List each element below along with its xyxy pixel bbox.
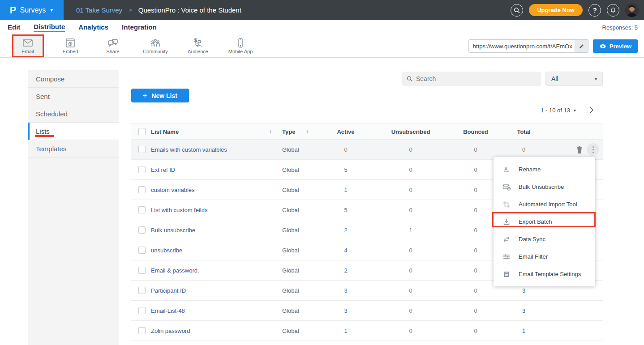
sidebar-item-sent[interactable]: Sent — [28, 88, 119, 105]
survey-url-cluster: Preview — [468, 39, 638, 53]
preview-button[interactable]: Preview — [593, 39, 638, 53]
row-checkbox[interactable] — [138, 267, 146, 274]
row-checkbox[interactable] — [138, 146, 146, 153]
row-kebab-menu-icon[interactable] — [587, 143, 599, 156]
tab-analytics[interactable]: Analytics — [78, 23, 108, 32]
list-name-link[interactable]: Email-List-48 — [151, 307, 276, 314]
tab-distribute[interactable]: Distribute — [34, 23, 65, 32]
tab-bar: Edit Distribute Analytics Integration Re… — [0, 20, 644, 34]
chevron-down-icon: ▾ — [595, 77, 597, 81]
surveys-menu-label: Surveys — [20, 6, 46, 14]
community-icon — [150, 38, 161, 48]
list-name-link[interactable]: Email & password. — [151, 267, 276, 274]
toolbar-item-mobile-app[interactable]: Mobile App — [224, 34, 257, 57]
top-bar: P Surveys ▼ 01 Take Survey > QuestionPro… — [0, 0, 644, 20]
next-page-chevron-icon[interactable] — [588, 106, 594, 114]
email-sidebar: Compose Sent Scheduled Lists Templates — [28, 70, 119, 345]
breadcrumb-survey-link[interactable]: 01 Take Survey — [76, 6, 122, 14]
menu-item-automated-import-tool[interactable]: Automated Import Tool — [494, 196, 595, 213]
topbar-actions: Upgrade Now ? — [511, 4, 639, 17]
page-title: QuestionPro : Voice of the Student — [138, 6, 241, 14]
help-icon[interactable]: ? — [588, 4, 601, 17]
tab-edit[interactable]: Edit — [8, 23, 20, 32]
menu-item-data-sync[interactable]: Data Sync — [494, 230, 595, 248]
sidebar-item-compose[interactable]: Compose — [28, 70, 119, 88]
tab-integration[interactable]: Integration — [122, 23, 157, 32]
upgrade-now-button[interactable]: Upgrade Now — [529, 4, 583, 16]
pagination: 1 - 10 of 13 ▾ — [131, 104, 603, 116]
column-header-bounced: Bounced — [449, 128, 502, 135]
sidebar-item-lists[interactable]: Lists — [28, 123, 119, 140]
responses-count: Responses: 5 — [602, 24, 638, 31]
avatar[interactable] — [625, 4, 639, 17]
sidebar-item-templates[interactable]: Templates — [28, 140, 119, 158]
edit-url-pencil-icon[interactable] — [575, 40, 588, 52]
row-checkbox[interactable] — [138, 327, 146, 334]
table-header-row: List Name ▲▼ Type ▲▼ Active Unsubscribed… — [131, 124, 603, 140]
email-icon — [22, 38, 34, 48]
toolbar-item-share[interactable]: Share — [97, 34, 129, 57]
column-header-list-name: List Name — [151, 128, 179, 135]
row-checkbox[interactable] — [138, 287, 146, 294]
list-name-link[interactable]: Ext ref ID — [151, 166, 276, 173]
row-checkbox[interactable] — [138, 186, 146, 193]
select-all-checkbox[interactable] — [138, 128, 146, 135]
rename-icon: A — [503, 166, 510, 173]
toolbar-item-embed[interactable]: Embed — [54, 34, 86, 57]
survey-url-input[interactable] — [469, 40, 588, 52]
list-name-link[interactable]: Participant ID — [151, 287, 276, 294]
new-list-row: + New List — [131, 89, 603, 102]
toolbar-item-community[interactable]: Community — [139, 34, 172, 57]
sort-icon[interactable]: ▲▼ — [269, 130, 272, 133]
search-icon — [407, 76, 412, 82]
notifications-bell-icon[interactable] — [607, 4, 619, 17]
table-row: Zolin password Global 1 0 0 1 — [131, 321, 603, 341]
list-name-link[interactable]: Zolin password — [151, 328, 276, 334]
row-context-menu: A Rename Bulk Unsubscribe Automated Impo… — [494, 157, 595, 286]
menu-item-rename[interactable]: A Rename — [494, 161, 595, 178]
new-list-button[interactable]: + New List — [131, 89, 189, 102]
toolbar-item-email[interactable]: Email — [12, 34, 44, 57]
page-range-dropdown[interactable]: 1 - 10 of 13 ▾ — [541, 107, 576, 114]
email-filter-icon — [503, 253, 510, 260]
row-checkbox[interactable] — [138, 226, 146, 234]
survey-url-box — [468, 39, 588, 53]
row-checkbox[interactable] — [138, 307, 146, 314]
menu-item-email-template-settings[interactable]: Email Template Settings — [494, 265, 595, 283]
breadcrumb-separator-icon: > — [129, 7, 132, 13]
surveys-menu[interactable]: P Surveys ▼ — [0, 0, 64, 20]
distribute-toolbar: Email Embed Share Community $ Audience M… — [0, 34, 644, 58]
menu-item-email-filter[interactable]: Email Filter — [494, 248, 595, 265]
menu-item-bulk-unsubscribe[interactable]: Bulk Unsubscribe — [494, 178, 595, 196]
search-input[interactable] — [416, 75, 537, 82]
row-checkbox[interactable] — [138, 247, 146, 254]
chevron-down-icon: ▾ — [574, 108, 576, 113]
toolbar-item-audience[interactable]: $ Audience — [182, 34, 214, 57]
search-box — [402, 72, 541, 86]
menu-item-export-batch[interactable]: Export Batch — [494, 213, 595, 230]
row-checkbox[interactable] — [138, 206, 146, 213]
row-checkbox[interactable] — [138, 166, 146, 173]
automated-import-icon — [503, 201, 510, 208]
filter-value: All — [551, 75, 558, 82]
filter-dropdown[interactable]: All ▾ — [545, 72, 603, 86]
email-template-settings-icon — [503, 271, 510, 278]
breadcrumb: 01 Take Survey > QuestionPro : Voice of … — [76, 6, 241, 14]
list-name-link[interactable]: unsubscribe — [151, 247, 276, 254]
delete-trash-icon[interactable] — [576, 145, 583, 153]
search-icon[interactable] — [511, 4, 523, 17]
list-name-link[interactable]: List with custom feilds — [151, 207, 276, 213]
list-name-link[interactable]: custom variables — [151, 187, 276, 193]
plus-icon: + — [143, 92, 147, 100]
questionpro-logo: P — [10, 4, 17, 16]
chevron-down-icon: ▼ — [49, 8, 54, 13]
list-name-link[interactable]: Bulk unsubscribe — [151, 227, 276, 234]
data-sync-icon — [503, 236, 510, 243]
table-row: Email-List-48 Global 3 0 0 3 — [131, 301, 603, 321]
search-filter-row: All ▾ — [131, 72, 603, 86]
sort-icon[interactable]: ▲▼ — [306, 130, 309, 133]
list-name-link[interactable]: Emails with custom varialbles — [151, 146, 276, 153]
sidebar-item-scheduled[interactable]: Scheduled — [28, 105, 119, 123]
audience-icon: $ — [192, 38, 204, 48]
export-batch-icon — [503, 218, 510, 226]
